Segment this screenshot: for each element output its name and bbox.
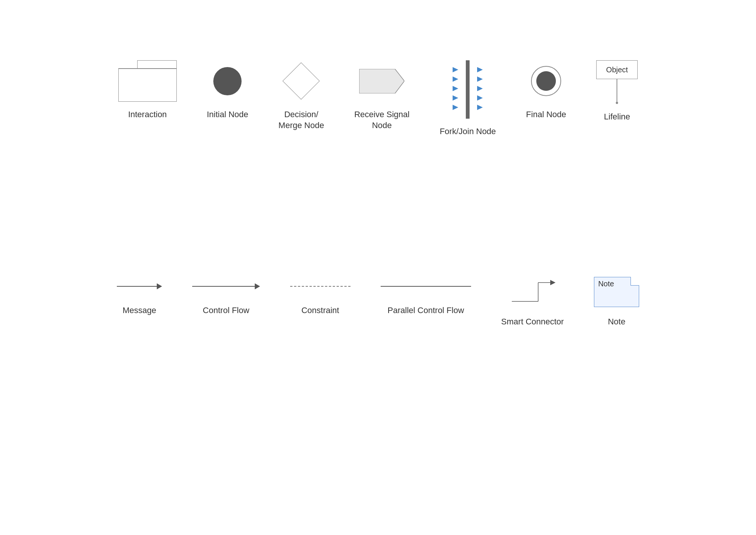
item-note[interactable]: Note Note — [594, 275, 639, 327]
row1-shapes: Interaction Initial Node Decision/ Merge… — [0, 60, 756, 137]
final-node-label: Final Node — [526, 109, 566, 120]
parallel-flow-shape — [381, 286, 471, 287]
message-label: Message — [122, 305, 156, 316]
svg-marker-8 — [477, 95, 483, 101]
constraint-shape — [290, 286, 350, 287]
interaction-shape — [118, 60, 177, 102]
lifeline-label: Lifeline — [604, 112, 630, 122]
control-flow-shape — [192, 283, 260, 289]
message-arrowhead — [157, 283, 162, 289]
constraint-dashed-line — [290, 286, 350, 287]
control-flow-arrowhead — [255, 283, 260, 289]
item-constraint[interactable]: Constraint — [290, 275, 350, 316]
note-label: Note — [608, 316, 625, 327]
message-line — [117, 286, 157, 287]
item-decision-merge[interactable]: Decision/ Merge Node — [279, 60, 324, 131]
item-fork-join[interactable]: Fork/Join Node — [440, 60, 496, 137]
lifeline-box: Object — [596, 60, 638, 79]
smart-connector-label: Smart Connector — [501, 316, 564, 327]
interaction-label: Interaction — [128, 109, 167, 120]
receive-signal-shape — [359, 69, 404, 93]
svg-marker-1 — [453, 67, 458, 72]
svg-marker-0 — [359, 69, 404, 93]
svg-marker-7 — [453, 95, 458, 101]
receive-signal-label: Receive Signal Node — [354, 109, 410, 131]
note-shape: Note — [594, 277, 639, 307]
decision-label: Decision/ Merge Node — [279, 109, 324, 131]
row2-connectors: Message Control Flow Constraint — [0, 275, 756, 327]
item-message[interactable]: Message — [117, 275, 162, 316]
parallel-flow-line — [381, 286, 471, 287]
svg-marker-14 — [550, 280, 556, 285]
item-control-flow[interactable]: Control Flow — [192, 275, 260, 316]
control-flow-label: Control Flow — [203, 305, 249, 316]
svg-marker-3 — [453, 76, 458, 82]
lifeline-line — [617, 79, 617, 102]
lifeline-dot — [616, 102, 618, 104]
diagram-container: Interaction Initial Node Decision/ Merge… — [0, 0, 756, 535]
svg-marker-10 — [477, 105, 483, 110]
initial-node-shape — [213, 67, 242, 95]
item-smart-connector[interactable]: Smart Connector — [501, 275, 564, 327]
item-initial-node[interactable]: Initial Node — [207, 60, 248, 120]
svg-marker-4 — [477, 76, 483, 82]
item-final-node[interactable]: Final Node — [526, 60, 566, 120]
svg-marker-9 — [453, 105, 458, 110]
fork-join-arrows — [447, 60, 488, 119]
svg-marker-5 — [453, 86, 458, 91]
fork-join-label: Fork/Join Node — [440, 126, 496, 137]
parallel-control-flow-label: Parallel Control Flow — [387, 305, 464, 316]
item-receive-signal[interactable]: Receive Signal Node — [354, 60, 410, 131]
item-lifeline[interactable]: Object Lifeline — [596, 60, 638, 122]
decision-shape — [283, 63, 320, 100]
item-interaction[interactable]: Interaction — [118, 60, 177, 120]
control-flow-line — [192, 286, 255, 287]
svg-marker-6 — [477, 86, 483, 91]
smart-connector-shape — [508, 275, 557, 309]
initial-node-label: Initial Node — [207, 109, 248, 120]
message-shape — [117, 283, 162, 289]
svg-marker-2 — [477, 67, 483, 72]
lifeline-shape: Object — [596, 60, 638, 104]
final-node-shape — [531, 66, 561, 96]
item-parallel-control-flow[interactable]: Parallel Control Flow — [381, 275, 471, 316]
final-node-inner — [536, 71, 556, 91]
constraint-label: Constraint — [301, 305, 339, 316]
